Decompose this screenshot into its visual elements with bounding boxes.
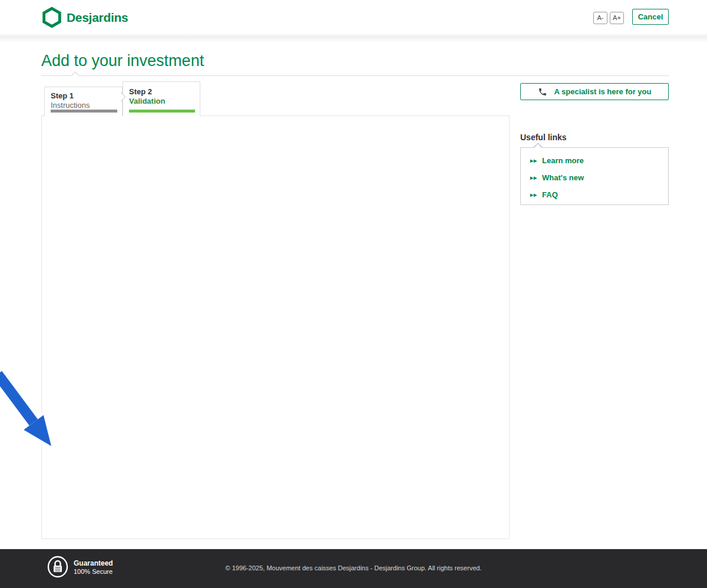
- step1-number: Step 1: [51, 91, 122, 100]
- page-footer: Guaranteed 100% Secure © 1996-2025, Mouv…: [0, 549, 707, 588]
- double-arrow-icon: ▸▸: [530, 157, 537, 164]
- specialist-button-label: A specialist is here for you: [554, 87, 652, 96]
- specialist-button[interactable]: A specialist is here for you: [520, 83, 669, 100]
- header-cancel-button[interactable]: Cancel: [632, 9, 669, 25]
- useful-links-title: Useful links: [520, 133, 567, 142]
- double-arrow-icon: ▸▸: [530, 191, 537, 198]
- link-whats-new[interactable]: ▸▸ What's new: [530, 173, 668, 182]
- link-faq-label: FAQ: [542, 190, 558, 199]
- desjardins-logo: Desjardins: [42, 6, 128, 28]
- link-learn-more[interactable]: ▸▸ Learn more: [530, 156, 668, 165]
- step1-label: Instructions: [51, 101, 122, 110]
- double-arrow-icon: ▸▸: [530, 174, 537, 181]
- desjardins-hexagon-icon: [42, 6, 61, 28]
- copyright-text: © 1996-2025, Mouvement des caisses Desja…: [0, 564, 707, 572]
- header-shadow: [0, 36, 707, 43]
- page-title: Add to your investment: [41, 52, 204, 70]
- validation-panel: [41, 115, 510, 539]
- font-smaller-button[interactable]: A-: [593, 12, 607, 24]
- tab-step1-instructions[interactable]: Step 1 Instructions: [44, 87, 123, 116]
- link-whats-new-label: What's new: [542, 173, 584, 182]
- top-header: Desjardins A- A+ Cancel: [0, 0, 707, 35]
- title-divider: [41, 75, 669, 76]
- font-larger-button[interactable]: A+: [610, 12, 624, 24]
- step1-progress-bar: [51, 110, 117, 113]
- link-faq[interactable]: ▸▸ FAQ: [530, 190, 668, 199]
- step2-number: Step 2: [129, 87, 200, 96]
- step2-label: Validation: [129, 97, 200, 105]
- phone-icon: [538, 87, 547, 97]
- brand-name: Desjardins: [67, 11, 128, 25]
- link-learn-more-label: Learn more: [542, 156, 584, 165]
- desjardins-add-investment-page: Desjardins A- A+ Cancel Add to your inve…: [0, 0, 707, 588]
- tab-step2-validation[interactable]: Step 2 Validation: [123, 81, 200, 116]
- step2-progress-bar: [129, 110, 195, 113]
- useful-links-box: ▸▸ Learn more ▸▸ What's new ▸▸ FAQ: [520, 147, 669, 205]
